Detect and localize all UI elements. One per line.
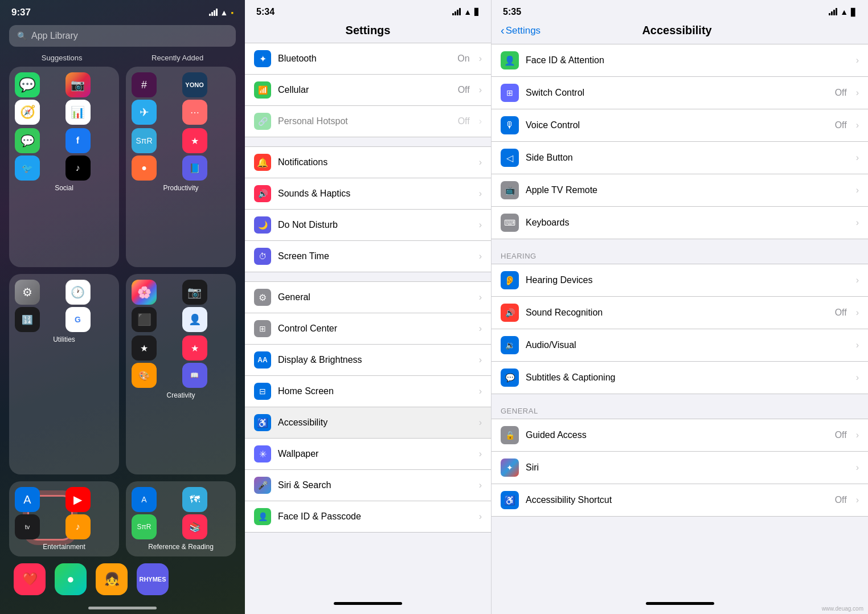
acc-item-voicecontrol[interactable]: 🎙 Voice Control Off › <box>492 109 868 142</box>
app-icon-instagram[interactable]: 📷 <box>65 72 91 97</box>
general-icon: ⚙ <box>254 289 271 306</box>
acc-item-sidebutton[interactable]: ◁ Side Button › <box>492 142 868 174</box>
folder-creativity[interactable]: 🌸 📷 ⬛ 👤 ★ ★ 🎨 📖 Creativity <box>126 274 236 474</box>
settings-back-button[interactable]: ‹ Settings <box>501 24 541 37</box>
acc-item-switchcontrol[interactable]: ⊞ Switch Control Off › <box>492 77 868 109</box>
wallpaper-label: Wallpaper <box>278 449 472 459</box>
app-icon-yono[interactable]: YONO <box>182 72 207 97</box>
acc-section-motor: 👤 Face ID & Attention › ⊞ Switch Control… <box>492 44 868 239</box>
acc-item-hearingdevices[interactable]: 👂 Hearing Devices › <box>492 264 868 297</box>
app-icon-maps[interactable]: 🗺 <box>182 487 207 512</box>
acc-item-guided[interactable]: 🔒 Guided Access Off › <box>492 419 868 452</box>
app-icon-telegram[interactable]: ✈ <box>132 100 157 125</box>
settings-item-faceid[interactable]: 👤 Face ID & Passcode › <box>245 501 491 532</box>
acc-item-soundrec[interactable]: 🔊 Sound Recognition Off › <box>492 297 868 329</box>
settings-item-screentime[interactable]: ⏱ Screen Time › <box>245 241 491 272</box>
app-icon-p5[interactable]: 📘 <box>182 155 207 181</box>
app-icon-rhymes[interactable]: RHYMES <box>137 563 169 595</box>
folder-utilities[interactable]: ⚙ 🕐 🔢 G Utilities <box>9 274 119 474</box>
folder-productivity[interactable]: # YONO ✈ ⋯ SπR ★ ● 📘 Productivity <box>126 67 236 267</box>
wallpaper-chevron: › <box>479 449 482 459</box>
app-icon-tiktok[interactable]: ♪ <box>65 155 91 181</box>
acc-page-title: Accessibility <box>541 24 813 37</box>
folder-entertainment-label: Entertainment <box>15 543 113 551</box>
app-icon-c3[interactable]: ★ <box>182 335 207 361</box>
acc-status-bar: 5:35 ▲ ▊ <box>492 0 868 22</box>
settings-item-accessibility[interactable]: ♿ Accessibility › <box>245 407 491 439</box>
settings-item-general[interactable]: ⚙ General › <box>245 282 491 313</box>
shortcut-value: Off <box>835 495 847 505</box>
settings-item-sounds[interactable]: 🔊 Sounds & Haptics › <box>245 178 491 210</box>
app-icon-camera[interactable]: 📷 <box>182 280 207 305</box>
settings-item-display[interactable]: AA Display & Brightness › <box>245 345 491 376</box>
battery-icon-acc: ▊ <box>851 8 857 17</box>
acc-section-general: 🔒 Guided Access Off › ✦ Siri › ♿ Accessi… <box>492 419 868 517</box>
bluetooth-label: Bluetooth <box>278 54 451 64</box>
subtitles-label: Subtitles & Captioning <box>526 373 849 383</box>
settings-item-cellular[interactable]: 📶 Cellular Off › <box>245 75 491 106</box>
app-icon-character[interactable]: 👧 <box>96 563 128 595</box>
app-icon-safari[interactable]: 🧭 <box>15 100 40 125</box>
app-icon-mir[interactable]: ⬛ <box>132 307 157 332</box>
notifications-chevron: › <box>479 157 482 167</box>
settings-item-dnd[interactable]: 🌙 Do Not Disturb › <box>245 210 491 241</box>
voicecontrol-chevron: › <box>856 120 859 130</box>
app-icon-slack[interactable]: # <box>132 72 157 97</box>
app-icon-clock[interactable]: 🕐 <box>65 280 91 305</box>
folder-reference[interactable]: A 🗺 SπR 📚 Reference & Reading <box>126 481 236 556</box>
app-icon-youtube[interactable]: ▶ <box>65 487 91 512</box>
app-icon-ser[interactable]: SπR <box>132 514 157 539</box>
settings-gap-1 <box>245 137 491 146</box>
acc-item-shortcut[interactable]: ♿ Accessibility Shortcut Off › <box>492 484 868 516</box>
app-icon-twitter[interactable]: 🐦 <box>15 155 40 181</box>
app-icon-facebook[interactable]: f <box>65 128 91 153</box>
app-library-search-bar[interactable]: 🔍 App Library <box>9 25 236 47</box>
folder-entertainment[interactable]: A ▶ tv ♪ Entertainment <box>9 481 119 556</box>
app-icon-p2[interactable]: SπR <box>132 128 157 153</box>
faceid-icon: 👤 <box>254 508 271 525</box>
hotspot-value: Off <box>458 116 470 126</box>
acc-item-appletv[interactable]: 📺 Apple TV Remote › <box>492 174 868 207</box>
app-icon-p3[interactable]: ★ <box>182 128 207 153</box>
app-icon-messages[interactable]: 💬 <box>15 128 40 153</box>
acc-item-faceid[interactable]: 👤 Face ID & Attention › <box>492 44 868 77</box>
app-icon-extra1[interactable]: ⋯ <box>182 100 207 125</box>
app-icon-calc[interactable]: 🔢 <box>15 307 40 332</box>
app-icon-appstore[interactable]: A <box>15 487 40 512</box>
folder-social[interactable]: 💬 📷 🧭 📊 💬 f 🐦 ♪ Social <box>9 67 119 267</box>
settings-item-homescreen[interactable]: ⊟ Home Screen › <box>245 376 491 407</box>
settings-item-hotspot[interactable]: 🔗 Personal Hotspot Off › <box>245 106 491 137</box>
app-icon-fitness2[interactable]: ● <box>55 563 87 595</box>
app-icon-myfitness[interactable]: ♪ <box>65 514 91 539</box>
faceid-acc-label: Face ID & Attention <box>526 55 849 66</box>
app-icon-translate[interactable]: A <box>132 487 157 512</box>
display-label: Display & Brightness <box>278 355 472 365</box>
app-icon-c2[interactable]: ★ <box>132 335 157 361</box>
app-icon-photos[interactable]: 🌸 <box>132 280 157 305</box>
settings-gap-2 <box>245 272 491 281</box>
settings-item-siri[interactable]: 🎤 Siri & Search › <box>245 470 491 501</box>
acc-item-audiovisual[interactable]: 🔉 Audio/Visual › <box>492 329 868 362</box>
app-icon-contact[interactable]: 👤 <box>182 307 207 332</box>
battery-icon-settings: ▊ <box>474 8 480 16</box>
settings-item-notifications[interactable]: 🔔 Notifications › <box>245 147 491 178</box>
app-icon-c4[interactable]: 🎨 <box>132 363 157 388</box>
keyboards-icon: ⌨ <box>501 214 519 232</box>
settings-item-bluetooth[interactable]: ✦ Bluetooth On › <box>245 43 491 75</box>
acc-item-keyboards[interactable]: ⌨ Keyboards › <box>492 207 868 239</box>
sounds-icon: 🔊 <box>254 185 271 202</box>
app-icon-p4[interactable]: ● <box>132 155 157 181</box>
app-icon-books[interactable]: 📚 <box>182 514 207 539</box>
acc-item-subtitles[interactable]: 💬 Subtitles & Captioning › <box>492 362 868 394</box>
screentime-chevron: › <box>479 251 482 261</box>
app-icon-c5[interactable]: 📖 <box>182 363 207 388</box>
acc-item-siri[interactable]: ✦ Siri › <box>492 452 868 484</box>
app-icon-heart[interactable]: ❤️ <box>14 563 46 595</box>
settings-item-control[interactable]: ⊞ Control Center › <box>245 313 491 345</box>
app-icon-whatsapp[interactable]: 💬 <box>15 72 40 97</box>
app-icon-google[interactable]: G <box>65 307 91 332</box>
settings-item-wallpaper[interactable]: ✳ Wallpaper › <box>245 439 491 470</box>
app-icon-settings[interactable]: ⚙ <box>15 280 40 305</box>
app-icon-stocks[interactable]: 📊 <box>65 100 91 125</box>
app-icon-appletv[interactable]: tv <box>15 514 40 539</box>
